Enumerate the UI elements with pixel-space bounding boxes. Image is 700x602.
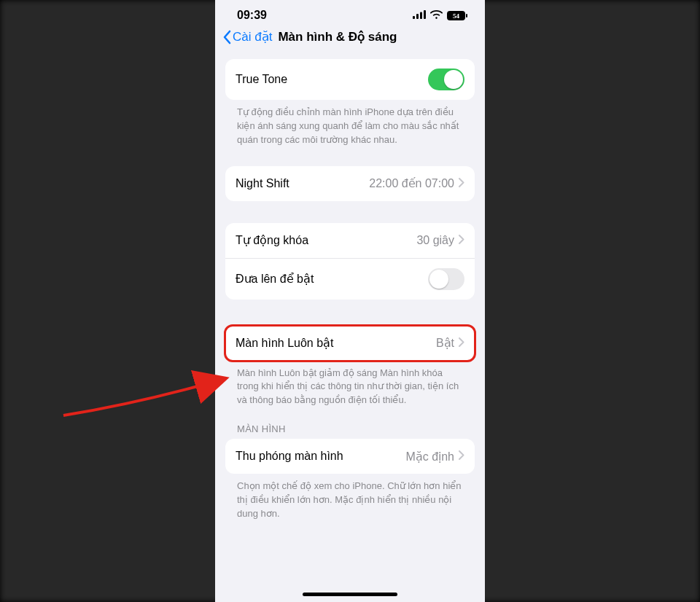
status-time: 09:39 bbox=[237, 9, 267, 22]
true-tone-toggle[interactable] bbox=[428, 69, 464, 90]
section-display-header: MÀN HÌNH bbox=[225, 407, 475, 439]
night-shift-label: Night Shift bbox=[236, 177, 369, 190]
night-shift-value: 22:00 đến 07:00 bbox=[369, 176, 454, 190]
nav-title: Màn hình & Độ sáng bbox=[278, 29, 478, 44]
svg-rect-3 bbox=[424, 10, 426, 19]
always-on-label: Màn hình Luôn bật bbox=[236, 336, 436, 350]
phone-frame: 09:39 54 Cài đặt Màn hình & Độ sáng True… bbox=[215, 0, 485, 602]
back-button[interactable]: Cài đặt bbox=[222, 29, 272, 44]
svg-rect-1 bbox=[416, 14, 419, 19]
svg-rect-0 bbox=[413, 16, 415, 19]
nav-header: Cài đặt Màn hình & Độ sáng bbox=[215, 26, 485, 52]
home-indicator[interactable] bbox=[303, 593, 397, 596]
wifi-icon bbox=[430, 9, 443, 22]
raise-to-wake-label: Đưa lên để bật bbox=[236, 272, 428, 286]
row-true-tone[interactable]: True Tone bbox=[225, 59, 475, 100]
battery-icon: 54 bbox=[447, 11, 467, 20]
svg-rect-5 bbox=[466, 14, 467, 17]
auto-lock-value: 30 giây bbox=[416, 234, 454, 247]
always-on-footer: Màn hình Luôn bật giảm độ sáng Màn hình … bbox=[225, 361, 475, 408]
true-tone-footer: Tự động điều chỉnh màn hình iPhone dựa t… bbox=[225, 100, 475, 147]
chevron-left-icon bbox=[222, 30, 231, 44]
cellular-icon bbox=[413, 9, 426, 22]
group-always-on: Màn hình Luôn bật Bật bbox=[225, 326, 475, 361]
row-zoom[interactable]: Thu phóng màn hình Mặc định bbox=[225, 439, 475, 474]
zoom-footer: Chọn một chế độ xem cho iPhone. Chữ lớn … bbox=[225, 474, 475, 521]
row-always-on[interactable]: Màn hình Luôn bật Bật bbox=[225, 326, 475, 361]
zoom-value: Mặc định bbox=[406, 450, 454, 464]
zoom-label: Thu phóng màn hình bbox=[236, 450, 406, 463]
chevron-right-icon bbox=[459, 450, 464, 463]
raise-to-wake-toggle[interactable] bbox=[428, 268, 464, 290]
row-night-shift[interactable]: Night Shift 22:00 đến 07:00 bbox=[225, 166, 475, 201]
content: True Tone Tự động điều chỉnh màn hình iP… bbox=[215, 59, 485, 536]
chevron-right-icon bbox=[459, 234, 464, 247]
row-raise-to-wake[interactable]: Đưa lên để bật bbox=[225, 258, 475, 300]
chevron-right-icon bbox=[459, 337, 464, 350]
svg-rect-2 bbox=[420, 12, 422, 20]
auto-lock-label: Tự động khóa bbox=[236, 233, 416, 247]
always-on-value: Bật bbox=[436, 336, 454, 350]
group-true-tone: True Tone bbox=[225, 59, 475, 100]
group-zoom: Thu phóng màn hình Mặc định bbox=[225, 439, 475, 474]
status-bar: 09:39 54 bbox=[215, 0, 485, 26]
group-night-shift: Night Shift 22:00 đến 07:00 bbox=[225, 166, 475, 201]
battery-percent: 54 bbox=[453, 12, 460, 20]
row-auto-lock[interactable]: Tự động khóa 30 giây bbox=[225, 223, 475, 258]
back-label: Cài đặt bbox=[233, 29, 272, 44]
true-tone-label: True Tone bbox=[236, 73, 428, 86]
chevron-right-icon bbox=[459, 177, 464, 190]
group-lock: Tự động khóa 30 giây Đưa lên để bật bbox=[225, 223, 475, 300]
